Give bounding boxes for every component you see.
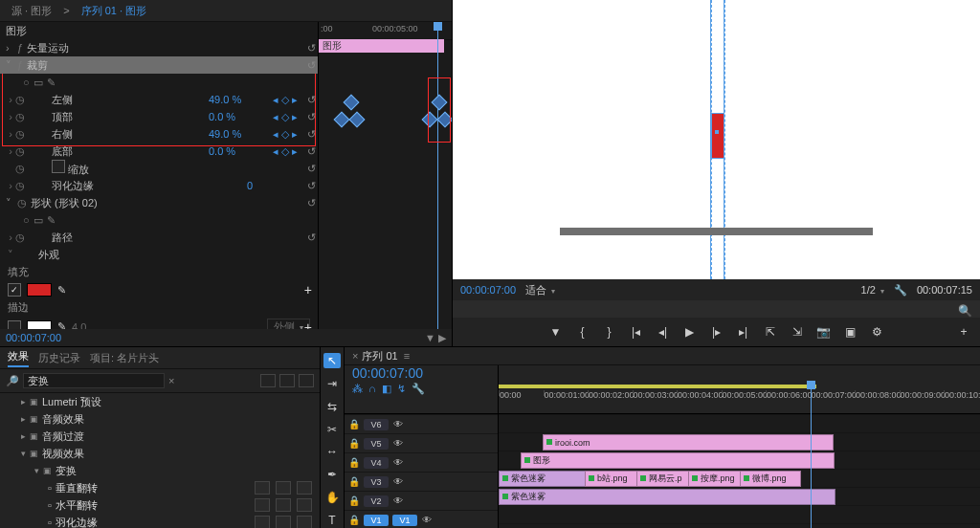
eye-icon[interactable]: 👁: [392, 457, 404, 468]
add-stroke-button[interactable]: +: [304, 319, 312, 330]
lift-icon[interactable]: ⇱: [764, 325, 777, 339]
hand-tool-icon[interactable]: ✋: [323, 490, 341, 505]
fill-swatch[interactable]: [27, 283, 52, 297]
clip[interactable]: 紫色迷雾: [499, 489, 835, 505]
ellipse-mask-icon[interactable]: ○: [23, 214, 30, 226]
preset-slot[interactable]: [260, 374, 276, 387]
track-target[interactable]: V1: [392, 515, 417, 526]
keyframe-marker[interactable]: [422, 112, 438, 128]
fill-checkbox[interactable]: ✓: [8, 283, 21, 297]
crop-left[interactable]: ›◷ 左侧 49.0 % ◂ ◇ ▸ ↺: [0, 91, 318, 108]
effect-item[interactable]: ▫水平翻转: [0, 496, 320, 514]
stopwatch-icon[interactable]: ◷: [15, 94, 25, 106]
go-to-out-icon[interactable]: ▸|: [737, 325, 750, 339]
track-lane[interactable]: [499, 523, 980, 528]
playhead-line[interactable]: [811, 414, 812, 528]
chevron-right-icon[interactable]: ›: [6, 42, 13, 54]
fx-toggle-icon[interactable]: ƒ: [17, 59, 23, 71]
track-target[interactable]: V5: [364, 438, 389, 450]
chevron-down-icon[interactable]: ˅: [6, 59, 13, 72]
video-track-header[interactable]: 🔒V3👁: [345, 472, 498, 491]
eyedropper-icon[interactable]: ✎: [57, 320, 66, 329]
reset-icon[interactable]: ↺: [304, 42, 318, 55]
crop-top[interactable]: ›◷ 顶部 0.0 % ◂ ◇ ▸ ↺: [0, 108, 318, 125]
keyframe-nav[interactable]: ◂ ◇ ▸: [266, 145, 304, 158]
add-marker-icon[interactable]: ▼: [549, 325, 563, 339]
rect-mask-icon[interactable]: ▭: [33, 77, 43, 89]
prop-appearance[interactable]: ˅ 外观: [0, 246, 318, 263]
wrench-icon[interactable]: 🔧: [412, 383, 425, 395]
crop-zoom[interactable]: ◷ 缩放 ↺: [0, 160, 318, 177]
clear-search-icon[interactable]: ×: [168, 375, 174, 386]
folder-item[interactable]: ▾▣视频效果: [0, 445, 320, 462]
lock-icon[interactable]: 🔒: [348, 515, 360, 525]
ripple-tool-icon[interactable]: ⇆: [323, 399, 341, 414]
crop-bottom-value[interactable]: 0.0 %: [205, 145, 266, 157]
chevron-down-icon[interactable]: ▾: [21, 449, 26, 458]
tab-history[interactable]: 历史记录: [38, 351, 80, 365]
play-icon[interactable]: ▶: [683, 325, 697, 339]
pen-mask-icon[interactable]: ✎: [47, 77, 56, 89]
ec-keyframe-area[interactable]: :00 00:00:05:00 图形: [318, 22, 452, 329]
stopwatch-icon[interactable]: ◷: [15, 180, 25, 192]
chevron-right-icon[interactable]: ▸: [21, 397, 26, 407]
tab-project[interactable]: 项目: 名片片头: [90, 351, 159, 365]
shape-preview[interactable]: [711, 113, 724, 159]
clip[interactable]: 图形: [521, 452, 835, 469]
lock-icon[interactable]: 🔒: [348, 476, 360, 487]
crop-top-value[interactable]: 0.0 %: [205, 111, 266, 122]
stopwatch-icon[interactable]: ◷: [17, 197, 27, 209]
zoom-dropdown[interactable]: 适合 ▾: [525, 283, 555, 297]
crop-right[interactable]: ›◷ 右侧 49.0 % ◂ ◇ ▸ ↺: [0, 125, 318, 143]
clip[interactable]: 微博.png: [740, 471, 801, 487]
tracks-area[interactable]: irooi.com图形紫色迷雾b站.png网易云.p按摩.png微博.png紫色…: [499, 414, 980, 528]
crop-right-value[interactable]: 49.0 %: [205, 128, 266, 140]
chevron-down-icon[interactable]: ▾: [34, 466, 39, 475]
crop-left-value[interactable]: 49.0 %: [205, 94, 266, 105]
razor-tool-icon[interactable]: ✂: [323, 422, 341, 437]
export-frame-icon[interactable]: 📷: [817, 325, 831, 339]
tab-sequence[interactable]: 序列 01 · 图形: [76, 4, 152, 18]
ellipse-mask-icon[interactable]: ○: [23, 77, 30, 88]
settings-icon[interactable]: ⚙: [871, 325, 884, 339]
timeline-ruler[interactable]: 00:0000:00:01:0000:00:02:0000:00:03:0000…: [499, 390, 980, 411]
prop-shape2[interactable]: ˅ ◷ 形状 (形状 02) ↺: [0, 194, 318, 211]
effect-item[interactable]: ▫垂直翻转: [0, 479, 320, 496]
pen-tool-icon[interactable]: ✒: [323, 467, 341, 482]
marker-icon[interactable]: ◧: [382, 383, 391, 395]
eye-icon[interactable]: 👁: [392, 476, 404, 487]
add-fill-button[interactable]: +: [304, 282, 312, 297]
track-target[interactable]: V4: [364, 457, 389, 469]
reset-icon[interactable]: ↺: [304, 145, 318, 158]
search-input[interactable]: [23, 373, 165, 388]
folder-item[interactable]: ▾▣变换: [0, 462, 320, 479]
keyframe-marker[interactable]: [344, 95, 360, 111]
folder-item[interactable]: ▸▣音频过渡: [0, 428, 320, 445]
wrench-icon[interactable]: 🔧: [894, 284, 907, 297]
track-lane[interactable]: [499, 505, 980, 524]
video-track-header[interactable]: 🔒V5👁: [345, 433, 498, 452]
ec-playhead[interactable]: [437, 22, 438, 329]
source-patching[interactable]: V1: [364, 515, 389, 526]
stopwatch-icon[interactable]: ◷: [15, 145, 25, 158]
stroke-width[interactable]: 4.0: [72, 321, 86, 330]
track-select-tool-icon[interactable]: ⇥: [323, 376, 341, 391]
prop-vector-motion[interactable]: › ƒ 矢量运动 ↺: [0, 39, 318, 56]
video-track-header[interactable]: 🔒V1V1👁: [345, 510, 498, 528]
monitor-seekbar[interactable]: 🔍: [453, 300, 980, 318]
reset-icon[interactable]: ↺: [304, 163, 318, 175]
monitor-canvas[interactable]: [453, 0, 980, 279]
lock-icon[interactable]: 🔒: [348, 495, 360, 506]
lock-icon[interactable]: 🔒: [348, 457, 360, 468]
folder-item[interactable]: ▸▣音频效果: [0, 410, 320, 428]
snap-icon[interactable]: ⁂: [352, 383, 363, 395]
feather-value[interactable]: 0: [243, 180, 304, 191]
ec-filter-icon[interactable]: ▼ ▶: [425, 332, 446, 344]
eyedropper-icon[interactable]: ✎: [57, 284, 66, 297]
sequence-tab[interactable]: 序列 01: [362, 349, 397, 363]
clip[interactable]: 紫色迷雾: [499, 471, 589, 487]
video-track-header[interactable]: 🔒V2👁: [345, 491, 498, 510]
ec-timecode[interactable]: 00:00:07:00: [6, 332, 61, 343]
mark-in-icon[interactable]: {: [576, 325, 590, 339]
go-to-in-icon[interactable]: |◂: [630, 325, 643, 339]
